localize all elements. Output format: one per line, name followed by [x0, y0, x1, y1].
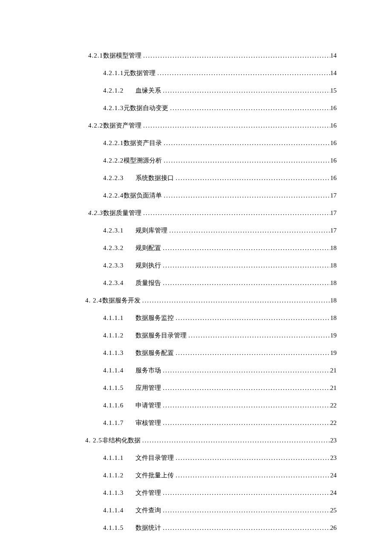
- toc-entry[interactable]: 4.2.2.3系统数据接口16: [85, 174, 337, 183]
- toc-title: 数据资产管理: [103, 121, 141, 130]
- toc-title: 数据服务目录管理: [135, 331, 187, 340]
- toc-entry[interactable]: 4.1.1.4文件查询25: [85, 506, 337, 515]
- toc-leader-dots: [162, 139, 330, 148]
- toc-page-number: 22: [330, 401, 337, 410]
- toc-page-number: 16: [330, 121, 337, 130]
- toc-number: 4.1.1.3: [103, 488, 124, 497]
- toc-page-number: 26: [330, 523, 337, 532]
- toc-number: 4.1.1.3: [103, 349, 124, 357]
- toc-page-number: 17: [330, 191, 337, 200]
- toc-entry[interactable]: 4.1.1.3数据服务配置19: [85, 349, 337, 357]
- toc-leader-dots: [161, 506, 330, 515]
- toc-title: 审核管理: [135, 418, 161, 427]
- toc-number: 4.1.1.1: [103, 453, 124, 462]
- toc-number: 4.2.3.4: [103, 279, 124, 288]
- toc-title: 数据服务监控: [135, 314, 174, 323]
- toc-leader-dots: [156, 69, 330, 78]
- toc-number: 4.2.2.2: [103, 156, 124, 165]
- toc-leader-dots: [174, 349, 330, 357]
- toc-entry[interactable]: 4.2.3.1规则库管理17: [85, 226, 337, 235]
- toc-title: 规则库管理: [135, 226, 167, 235]
- toc-entry[interactable]: 4.2.3.2规则配置18: [85, 244, 337, 253]
- toc-title: 文件批量上传: [135, 471, 174, 480]
- toc-number: 4.1.1.6: [103, 401, 124, 410]
- toc-number: 4.1.1.4: [103, 366, 124, 375]
- toc-leader-dots: [141, 51, 330, 60]
- toc-title: 非结构化数据: [102, 436, 141, 445]
- toc-number: 4.2.1.1: [103, 69, 124, 78]
- toc-entry[interactable]: 4.1.1.6申请管理22: [85, 401, 337, 410]
- toc-title: 数据质量管理: [103, 209, 141, 218]
- toc-leader-dots: [187, 331, 330, 340]
- toc-number: 4.2.3: [88, 209, 103, 218]
- toc-title: 元数据管理: [124, 69, 156, 78]
- toc-page-number: 17: [330, 209, 337, 218]
- toc-leader-dots: [168, 104, 330, 113]
- toc-number: 4.1.1.5: [103, 384, 124, 392]
- toc-entry[interactable]: 4.2.1.2血缘关系15: [85, 86, 337, 95]
- toc-title: 系统数据接口: [135, 174, 174, 183]
- toc-page-number: 22: [330, 418, 337, 427]
- toc-page-number: 19: [330, 331, 337, 340]
- toc-page-number: 16: [330, 156, 337, 165]
- toc-entry[interactable]: 4.2.3数据质量管理17: [85, 209, 337, 218]
- toc-number: 4.2.3.1: [103, 226, 124, 235]
- toc-page-number: 18: [330, 261, 337, 270]
- toc-title: 数据服务开发: [102, 296, 141, 305]
- toc-page-number: 19: [330, 349, 337, 357]
- toc-page-number: 25: [330, 506, 337, 515]
- toc-entry[interactable]: 4.1.1.5数据统计26: [85, 523, 337, 532]
- toc-page-number: 21: [330, 366, 337, 375]
- toc-title: 申请管理: [135, 401, 161, 410]
- toc-entry[interactable]: 4.2.3.4质量报告18: [85, 279, 337, 288]
- toc-leader-dots: [161, 488, 330, 497]
- toc-entry[interactable]: 4.2.2数据资产管理16: [85, 121, 337, 130]
- toc-number: 4.2.3.3: [103, 261, 124, 270]
- toc-title: 质量报告: [135, 279, 161, 288]
- toc-entry[interactable]: 4.2.1.1元数据管理14: [85, 69, 337, 78]
- toc-page-number: 18: [330, 296, 337, 305]
- toc-number: 4. 2.4: [85, 296, 102, 305]
- toc-title: 服务市场: [135, 366, 161, 375]
- toc-title: 模型溯源分析: [124, 156, 162, 165]
- toc-title: 数据模型管理: [103, 51, 141, 60]
- toc-entry[interactable]: 4.2.2.4数据负面清单17: [85, 191, 337, 200]
- toc-page-number: 24: [330, 471, 337, 480]
- toc-entry[interactable]: 4.2.3.3规则执行18: [85, 261, 337, 270]
- toc-leader-dots: [161, 366, 330, 375]
- toc-page-number: 24: [330, 488, 337, 497]
- toc-entry[interactable]: 4. 2.4数据服务开发18: [85, 296, 337, 305]
- toc-entry[interactable]: 4.1.1.1文件目录管理23: [85, 453, 337, 462]
- toc-entry[interactable]: 4.2.2.1数据资产目录16: [85, 139, 337, 148]
- toc-entry[interactable]: 4.2.2.2模型溯源分析16: [85, 156, 337, 165]
- toc-title: 规则配置: [135, 244, 161, 253]
- toc-title: 应用管理: [135, 384, 161, 392]
- toc-entry[interactable]: 4.1.1.3文件管理24: [85, 488, 337, 497]
- toc-number: 4.1.1.7: [103, 418, 124, 427]
- toc-page-number: 23: [330, 436, 337, 445]
- toc-entry[interactable]: 4.1.1.2文件批量上传24: [85, 471, 337, 480]
- toc-number: 4.2.2.1: [103, 139, 124, 148]
- toc-number: 4.2.2.3: [103, 174, 124, 183]
- toc-entry[interactable]: 4. 2.5非结构化数据23: [85, 436, 337, 445]
- toc-entry[interactable]: 4.2.1.3元数据自动变更16: [85, 104, 337, 113]
- toc-entry[interactable]: 4.1.1.7审核管理22: [85, 418, 337, 427]
- toc-entry[interactable]: 4.1.1.5应用管理21: [85, 384, 337, 392]
- toc-entry[interactable]: 4.2.1数据模型管理14: [85, 51, 337, 60]
- toc-page-number: 18: [330, 314, 337, 323]
- toc-title: 元数据自动变更: [124, 104, 168, 113]
- toc-page-number: 15: [330, 86, 337, 95]
- toc-entry[interactable]: 4.1.1.4服务市场21: [85, 366, 337, 375]
- toc-leader-dots: [162, 191, 330, 200]
- toc-page-number: 14: [330, 69, 337, 78]
- toc-number: 4. 2.5: [85, 436, 102, 445]
- toc-entry[interactable]: 4.1.1.1数据服务监控18: [85, 314, 337, 323]
- toc-leader-dots: [161, 401, 330, 410]
- toc-page-number: 17: [330, 226, 337, 235]
- toc-leader-dots: [161, 279, 330, 288]
- toc-number: 4.2.2: [88, 121, 103, 130]
- toc-number: 4.1.1.5: [103, 523, 124, 532]
- toc-entry[interactable]: 4.1.1.2数据服务目录管理19: [85, 331, 337, 340]
- toc-page-number: 16: [330, 139, 337, 148]
- toc-page-number: 18: [330, 244, 337, 253]
